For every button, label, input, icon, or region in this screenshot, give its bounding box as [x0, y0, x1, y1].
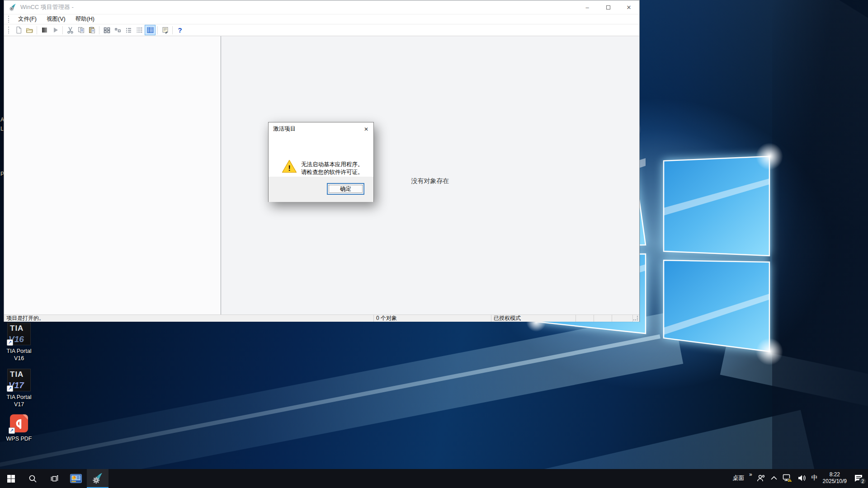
desktop-toolbar[interactable]: 桌面 » — [733, 474, 752, 482]
cut-button[interactable] — [65, 25, 75, 35]
dialog-body: ! 无法启动基本应用程序。 请检查您的软件许可证。 — [269, 136, 373, 177]
menu-help[interactable]: 帮助(H) — [71, 14, 99, 24]
help-icon: ? — [178, 26, 182, 34]
task-view-icon — [50, 475, 59, 483]
large-icons-view-icon — [103, 26, 111, 34]
task-view-button[interactable] — [43, 469, 65, 488]
wps-pdf-icon: ↗ — [9, 414, 28, 433]
cut-icon — [66, 26, 74, 34]
deactivate-icon — [41, 26, 48, 34]
table-view-button[interactable] — [145, 25, 156, 35]
status-bar: 项目是打开的。 0 个对象 已授权模式 — [4, 314, 639, 322]
tray-time: 8:22 — [823, 471, 847, 478]
small-icons-view-button[interactable] — [112, 25, 123, 35]
open-folder-button[interactable] — [24, 25, 35, 35]
desktop-icon-label: TIA PortalV17 — [1, 394, 37, 408]
help-button[interactable]: ? — [175, 25, 185, 35]
status-empty-cell — [576, 315, 594, 322]
wincc-app-icon — [9, 3, 17, 11]
dialog-close-button[interactable]: ✕ — [359, 122, 373, 136]
new-document-button[interactable] — [13, 25, 24, 35]
desktop-icon-tia-portal-v16[interactable]: TIA V16 ↗ TIA PortalV16 — [1, 323, 37, 362]
list-view-button[interactable] — [123, 25, 134, 35]
small-icons-view-icon — [114, 26, 122, 34]
menu-bar: 文件(F) 视图(V) 帮助(H) — [4, 14, 639, 24]
maximize-icon — [606, 5, 610, 9]
paste-icon — [88, 26, 96, 34]
status-empty-cell — [612, 315, 633, 322]
shortcut-arrow-icon: ↗ — [7, 385, 13, 392]
large-icons-view-button[interactable] — [101, 25, 112, 35]
toolbar-gripper[interactable] — [8, 16, 10, 23]
search-icon — [28, 474, 37, 483]
clock[interactable]: 8:22 2025/10/9 — [823, 471, 847, 485]
menu-file[interactable]: 文件(F) — [13, 14, 42, 24]
notification-badge: 2 — [859, 477, 867, 485]
properties-button[interactable] — [160, 25, 170, 35]
resize-grip[interactable] — [633, 315, 639, 322]
wincc-app-icon — [92, 472, 104, 484]
menu-view[interactable]: 视图(V) — [42, 14, 71, 24]
license-manager-button[interactable] — [65, 469, 87, 488]
new-document-icon — [15, 26, 23, 34]
status-license-mode: 已授权模式 — [491, 315, 576, 322]
dialog-footer: 确定 — [269, 177, 373, 202]
status-project-state: 项目是打开的。 — [4, 315, 374, 322]
shortcut-arrow-icon: ↗ — [9, 427, 15, 434]
people-button[interactable] — [757, 474, 765, 483]
svg-text:!: ! — [288, 164, 291, 173]
search-button[interactable] — [22, 469, 43, 488]
tray-date: 2025/10/9 — [823, 478, 847, 485]
activate-button[interactable] — [50, 25, 61, 35]
close-icon: ✕ — [364, 126, 368, 132]
toolbar-separator — [172, 26, 173, 34]
windows-start-icon — [7, 475, 15, 483]
tia-v17-icon: TIA V17 ↗ — [7, 369, 31, 391]
status-object-count: 0 个对象 — [374, 315, 491, 322]
close-button[interactable]: ✕ — [618, 0, 639, 14]
toolbar: ? — [4, 24, 639, 36]
open-folder-icon — [26, 26, 33, 34]
shortcut-arrow-icon: ↗ — [7, 339, 13, 346]
network-button[interactable] — [783, 474, 793, 483]
ime-indicator[interactable]: 中 — [811, 474, 818, 482]
details-view-icon — [136, 26, 143, 34]
volume-button[interactable] — [797, 474, 807, 482]
activate-project-dialog: 激活项目 ✕ ! 无法启动基本应用程序。 请检查您的软件许可证。 确定 — [268, 122, 374, 202]
properties-icon — [161, 26, 169, 34]
system-tray: 桌面 » — [733, 469, 865, 487]
chevron-up-icon — [770, 476, 778, 480]
paste-button[interactable] — [86, 25, 97, 35]
action-center-button[interactable]: 2 — [852, 471, 865, 485]
maximize-button[interactable] — [598, 0, 618, 14]
copy-button[interactable] — [75, 25, 86, 35]
copy-icon — [77, 26, 85, 34]
toolbar-separator — [62, 26, 63, 34]
desktop-icon-tia-portal-v17[interactable]: TIA V17 ↗ TIA PortalV17 — [1, 369, 37, 408]
minimize-button[interactable]: – — [577, 0, 598, 14]
close-icon: ✕ — [627, 4, 632, 11]
screen: A L P TIA V16 ↗ TIA PortalV16 TIA V17 ↗ … — [0, 0, 868, 488]
tia-brand-text: TIA — [10, 324, 24, 333]
hidden-icons-button[interactable] — [770, 476, 778, 480]
project-tree-pane[interactable] — [4, 36, 221, 314]
minimize-icon: – — [585, 4, 589, 11]
wincc-taskbar-button-active[interactable] — [87, 469, 108, 488]
deactivate-button[interactable] — [39, 25, 50, 35]
desktop-icon-label: WPS PDF — [1, 435, 37, 442]
dialog-titlebar[interactable]: 激活项目 ✕ — [269, 122, 373, 136]
status-empty-cell — [594, 315, 612, 322]
desktop-icon-wps-pdf[interactable]: ↗ WPS PDF — [1, 414, 37, 442]
activate-icon — [52, 26, 59, 34]
ok-button[interactable]: 确定 — [327, 183, 364, 195]
toolbar-gripper[interactable] — [8, 27, 10, 33]
volume-icon — [797, 474, 807, 482]
list-view-icon — [125, 26, 132, 34]
network-warning-icon — [783, 474, 793, 483]
window-titlebar[interactable]: WinCC 项目管理器 - – ✕ — [4, 0, 639, 14]
license-manager-icon — [70, 474, 82, 483]
chevron-double-icon[interactable]: » — [749, 471, 752, 478]
details-view-button[interactable] — [134, 25, 145, 35]
tia-v16-icon: TIA V16 ↗ — [7, 323, 31, 345]
start-button[interactable] — [0, 469, 22, 488]
